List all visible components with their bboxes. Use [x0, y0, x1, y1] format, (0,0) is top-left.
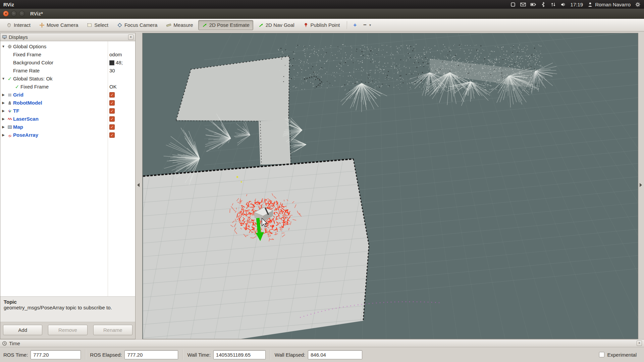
experimental-checkbox[interactable]	[599, 352, 604, 357]
separator	[85, 350, 86, 360]
expander-closed-icon[interactable]: ▶	[0, 99, 6, 107]
tree-row-posearray[interactable]: ▶ PoseArray ✓	[0, 131, 135, 139]
collapse-left-icon[interactable]	[137, 183, 140, 187]
measure-tool-button[interactable]: Measure	[162, 20, 197, 30]
tree-item-label: LaserScan	[13, 115, 107, 123]
remove-tool-button[interactable]: − ▾	[361, 20, 374, 30]
window-minimize-button[interactable]: –	[11, 11, 17, 16]
property-description-box: Topic geometry_msgs/PoseArray topic to s…	[0, 296, 135, 322]
status-ok-check-icon: ✓	[14, 83, 20, 91]
tree-row-global-options[interactable]: ▼ Global Options	[0, 43, 135, 51]
tree-row-fixed-frame[interactable]: Fixed Frame odom	[0, 51, 135, 59]
tree-item-label: Map	[13, 123, 107, 131]
tree-row-status-fixed-frame[interactable]: ✓ Fixed Frame OK	[0, 83, 135, 91]
expander-closed-icon[interactable]: ▶	[0, 107, 6, 115]
focus-camera-tool-button[interactable]: Focus Camera	[113, 20, 161, 30]
pose-estimate-tool-button[interactable]: 2D Pose Estimate	[198, 20, 253, 30]
time-panel-row: ROS Time: 777.20 ROS Elapsed: 777.20 Wal…	[0, 347, 644, 362]
tree-item-value: OK	[107, 83, 135, 91]
expander-closed-icon[interactable]: ▶	[0, 91, 6, 99]
bluetooth-icon[interactable]	[540, 2, 546, 7]
tf-axes-icon	[6, 109, 13, 113]
nav-goal-tool-button[interactable]: 2D Nav Goal	[255, 20, 298, 30]
window-close-button[interactable]: ×	[3, 11, 9, 16]
mail-icon[interactable]	[520, 2, 526, 7]
add-tool-button[interactable]: +	[351, 20, 359, 30]
display-enabled-checkbox[interactable]: ✓	[109, 132, 115, 138]
time-close-icon[interactable]: ×	[637, 341, 642, 346]
tool-label: Measure	[173, 22, 193, 28]
user-icon	[587, 2, 593, 7]
3d-viewport[interactable]	[142, 33, 638, 339]
collapse-right-icon[interactable]	[640, 183, 642, 187]
tree-item-value[interactable]: 30	[107, 67, 135, 75]
panel-splitter-right[interactable]	[638, 33, 644, 339]
network-icon[interactable]	[550, 2, 556, 7]
select-tool-button[interactable]: Select	[83, 20, 112, 30]
color-swatch[interactable]	[109, 60, 114, 65]
window-title-bar[interactable]: × – ▫ RViz*	[0, 9, 644, 19]
session-menu[interactable]: Roman Navarro	[587, 2, 631, 7]
indicator-applet-icon[interactable]	[510, 2, 516, 7]
displays-tree: ▼ Global Options Fixed Frame odom Backgr…	[0, 41, 135, 296]
move-camera-tool-button[interactable]: Move Camera	[36, 20, 82, 30]
panel-splitter-left[interactable]	[136, 33, 142, 339]
clock[interactable]: 17:19	[571, 2, 583, 7]
toolbar-separator	[347, 21, 347, 29]
gear-icon	[6, 44, 13, 49]
display-enabled-checkbox[interactable]: ✓	[109, 108, 115, 114]
display-enabled-checkbox[interactable]: ✓	[109, 100, 115, 106]
ros-elapsed-field[interactable]: 777.20	[124, 350, 178, 359]
publish-point-tool-button[interactable]: Publish Point	[300, 20, 344, 30]
tree-row-robotmodel[interactable]: ▶ RobotModel ✓	[0, 99, 135, 107]
tree-row-laserscan[interactable]: ▶ LaserScan ✓	[0, 115, 135, 123]
power-gear-icon[interactable]	[635, 2, 641, 7]
expander-open-icon[interactable]: ▼	[0, 43, 6, 51]
ros-time-field[interactable]: 777.20	[31, 350, 81, 359]
expander-open-icon[interactable]: ▼	[0, 75, 6, 83]
time-panel-title: Time	[9, 341, 20, 346]
crosshair-icon	[117, 22, 122, 28]
window-maximize-button[interactable]: ▫	[19, 11, 25, 16]
tree-row-grid[interactable]: ▶ Grid ✓	[0, 91, 135, 99]
add-display-button[interactable]: Add	[3, 325, 42, 335]
expander-closed-icon[interactable]: ▶	[0, 131, 6, 139]
display-enabled-checkbox[interactable]: ✓	[109, 92, 115, 98]
display-enabled-checkbox[interactable]: ✓	[109, 124, 115, 130]
tree-item-value[interactable]: odom	[107, 51, 135, 59]
expander-closed-icon[interactable]: ▶	[0, 123, 6, 131]
move-arrows-icon	[39, 22, 45, 28]
remove-display-button[interactable]: Remove	[48, 325, 87, 335]
app-menu-name[interactable]: RViz	[3, 2, 14, 7]
wall-time-label: Wall Time:	[187, 352, 210, 358]
toolbar: Interact Move Camera Select Focus Camera…	[0, 19, 644, 32]
displays-button-row: Add Remove Rename	[0, 322, 135, 339]
time-panel-header[interactable]: Time ×	[0, 339, 644, 347]
displays-close-icon[interactable]: ×	[128, 35, 133, 40]
volume-icon[interactable]	[560, 2, 566, 7]
interact-tool-button[interactable]: Interact	[3, 20, 34, 30]
robot-model-icon	[6, 101, 13, 105]
grid-display-icon	[6, 93, 13, 97]
displays-panel-title: Displays	[9, 34, 28, 40]
tree-item-label: Grid	[13, 91, 107, 99]
displays-panel-header[interactable]: Displays ×	[0, 33, 135, 41]
expander-closed-icon[interactable]: ▶	[0, 115, 6, 123]
selection-box-icon	[87, 22, 92, 28]
tree-item-value[interactable]: 48;	[107, 59, 135, 67]
main-area: Displays × ▼ Global Options Fixed Frame …	[0, 32, 644, 339]
wall-elapsed-field[interactable]: 846.04	[308, 350, 362, 359]
hand-icon	[6, 22, 12, 28]
tree-row-map[interactable]: ▶ Map ✓	[0, 123, 135, 131]
tree-item-label: Global Options	[13, 43, 107, 51]
battery-icon[interactable]	[530, 2, 536, 7]
display-enabled-checkbox[interactable]: ✓	[109, 116, 115, 122]
wall-time-field[interactable]: 1405351189.65	[213, 350, 266, 359]
tree-row-tf[interactable]: ▶ TF ✓	[0, 107, 135, 115]
rename-display-button[interactable]: Rename	[93, 325, 132, 335]
clock-icon	[2, 341, 7, 346]
tree-row-global-status[interactable]: ▼ ✓ Global Status: Ok	[0, 75, 135, 83]
tree-row-background-color[interactable]: Background Color 48;	[0, 59, 135, 67]
tree-item-label: Fixed Frame	[20, 83, 107, 91]
tree-row-frame-rate[interactable]: Frame Rate 30	[0, 67, 135, 75]
